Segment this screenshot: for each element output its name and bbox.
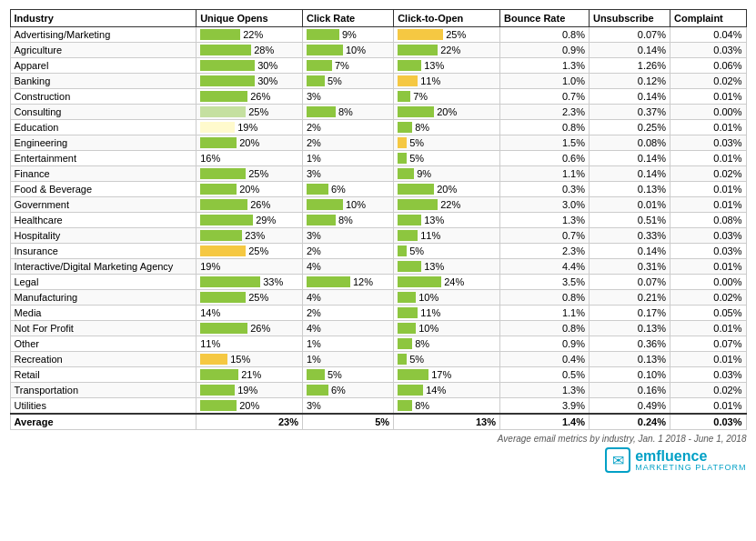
click-to-open-cell: 11% [394, 74, 500, 89]
unique-opens-cell: 23% [197, 228, 303, 244]
click-rate-cell: 4% [303, 259, 394, 275]
bounce-rate-cell: 1.5% [500, 135, 590, 151]
unsubscribe-cell: 0.12% [589, 74, 670, 89]
industry-cell: Utilities [10, 398, 197, 415]
complaint-cell: 0.05% [670, 306, 746, 321]
bounce-rate-cell: 1.0% [500, 74, 590, 89]
complaint-cell: 0.03% [670, 135, 746, 151]
industry-cell: Apparel [10, 58, 197, 74]
unsubscribe-cell: 0.10% [589, 367, 670, 383]
complaint-cell: 0.00% [670, 275, 746, 290]
complaint-cell: 0.01% [670, 151, 746, 166]
table-row: Education19%2%8%0.8%0.25%0.01% [10, 120, 746, 135]
click-to-open-cell: 13% [394, 58, 500, 74]
unique-opens-cell: 26% [197, 89, 303, 105]
table-row: Advertising/Marketing22%9%25%0.8%0.07%0.… [10, 27, 746, 43]
click-rate-cell: 12% [303, 275, 394, 290]
click-to-open-cell: 5% [394, 151, 500, 166]
table-row: Recreation15%1%5%0.4%0.13%0.01% [10, 352, 746, 367]
table-row: Apparel30%7%13%1.3%1.26%0.06% [10, 58, 746, 74]
click-to-open-cell: 20% [394, 182, 500, 197]
click-to-open-cell: 14% [394, 383, 500, 398]
click-rate-cell: 8% [303, 105, 394, 120]
click-rate-cell: 4% [303, 321, 394, 336]
unsubscribe-cell: 0.36% [589, 336, 670, 352]
click-rate-cell: 5% [303, 74, 394, 89]
bounce-rate-cell: 1.1% [500, 166, 590, 182]
unsubscribe-cell: 0.08% [589, 135, 670, 151]
complaint-cell: 0.01% [670, 182, 746, 197]
table-row: Finance25%3%9%1.1%0.14%0.02% [10, 166, 746, 182]
complaint-cell: 0.06% [670, 58, 746, 74]
average-row: Average23%5%13%1.4%0.24%0.03% [10, 414, 746, 430]
industry-cell: Media [10, 306, 197, 321]
industry-cell: Not For Profit [10, 321, 197, 336]
unsubscribe-cell: 0.14% [589, 244, 670, 259]
table-row: Utilities20%3%8%3.9%0.49%0.01% [10, 398, 746, 415]
click-rate-cell: 2% [303, 244, 394, 259]
bounce-rate-cell: 0.9% [500, 43, 590, 58]
click-rate-cell: 3% [303, 228, 394, 244]
industry-cell: Insurance [10, 244, 197, 259]
complaint-cell: 0.01% [670, 89, 746, 105]
industry-cell: Construction [10, 89, 197, 105]
logo-box: ✉ emfluence MARKETING PLATFORM [605, 447, 746, 473]
click-rate-cell: 10% [303, 197, 394, 213]
click-rate-cell: 1% [303, 151, 394, 166]
main-container: Industry Unique Opens Click Rate Click-t… [10, 9, 747, 473]
table-row: Media14%2%11%1.1%0.17%0.05% [10, 306, 746, 321]
table-row: Food & Beverage20%6%20%0.3%0.13%0.01% [10, 182, 746, 197]
complaint-cell: 0.01% [670, 197, 746, 213]
unique-opens-cell: 26% [197, 321, 303, 336]
unique-opens-cell: 29% [197, 213, 303, 228]
complaint-cell: 0.01% [670, 352, 746, 367]
industry-cell: Engineering [10, 135, 197, 151]
click-rate-cell: 9% [303, 27, 394, 43]
unique-opens-cell: 21% [197, 367, 303, 383]
click-to-open-cell: 10% [394, 290, 500, 306]
unique-opens-cell: 20% [197, 398, 303, 415]
bounce-rate-cell: 2.3% [500, 105, 590, 120]
industry-cell: Retail [10, 367, 197, 383]
bounce-rate-cell: 0.7% [500, 89, 590, 105]
average-cell: 13% [394, 414, 500, 430]
metrics-table: Industry Unique Opens Click Rate Click-t… [10, 9, 747, 430]
unsubscribe-cell: 0.51% [589, 213, 670, 228]
click-rate-cell: 10% [303, 43, 394, 58]
complaint-cell: 0.01% [670, 120, 746, 135]
table-row: Retail21%5%17%0.5%0.10%0.03% [10, 367, 746, 383]
industry-cell: Government [10, 197, 197, 213]
unique-opens-cell: 11% [197, 336, 303, 352]
average-cell: Average [10, 414, 197, 430]
col-header-click-to-open: Click-to-Open [394, 10, 500, 27]
bounce-rate-cell: 0.8% [500, 290, 590, 306]
unsubscribe-cell: 0.14% [589, 89, 670, 105]
table-row: Entertainment16%1%5%0.6%0.14%0.01% [10, 151, 746, 166]
click-to-open-cell: 22% [394, 197, 500, 213]
industry-cell: Transportation [10, 383, 197, 398]
complaint-cell: 0.04% [670, 27, 746, 43]
click-to-open-cell: 8% [394, 120, 500, 135]
complaint-cell: 0.03% [670, 367, 746, 383]
industry-cell: Manufacturing [10, 290, 197, 306]
click-to-open-cell: 13% [394, 213, 500, 228]
footer-note: Average email metrics by industry, Jan. … [10, 434, 747, 444]
logo-area: ✉ emfluence MARKETING PLATFORM [10, 447, 747, 473]
click-rate-cell: 8% [303, 213, 394, 228]
unique-opens-cell: 19% [197, 259, 303, 275]
unique-opens-cell: 25% [197, 105, 303, 120]
click-rate-cell: 3% [303, 89, 394, 105]
unique-opens-cell: 22% [197, 27, 303, 43]
click-to-open-cell: 13% [394, 259, 500, 275]
unique-opens-cell: 19% [197, 383, 303, 398]
industry-cell: Advertising/Marketing [10, 27, 197, 43]
click-to-open-cell: 20% [394, 105, 500, 120]
col-header-complaint: Complaint [670, 10, 746, 27]
bounce-rate-cell: 1.3% [500, 383, 590, 398]
table-row: Hospitality23%3%11%0.7%0.33%0.03% [10, 228, 746, 244]
average-cell: 5% [303, 414, 394, 430]
click-rate-cell: 6% [303, 182, 394, 197]
average-cell: 0.03% [670, 414, 746, 430]
click-to-open-cell: 5% [394, 135, 500, 151]
bounce-rate-cell: 0.7% [500, 228, 590, 244]
